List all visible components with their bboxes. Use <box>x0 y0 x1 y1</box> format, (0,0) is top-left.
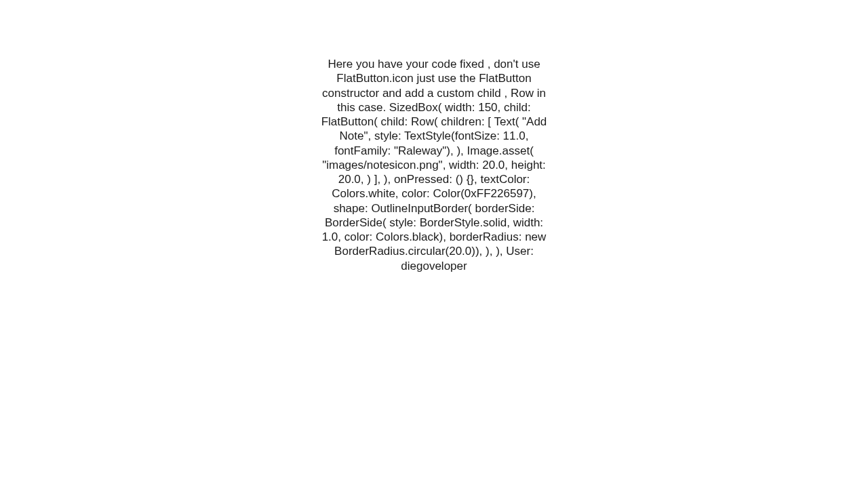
content-text: Here you have your code fixed , don't us… <box>321 58 547 272</box>
page-wrapper: Here you have your code fixed , don't us… <box>0 0 868 488</box>
content-block: Here you have your code fixed , don't us… <box>319 57 549 273</box>
